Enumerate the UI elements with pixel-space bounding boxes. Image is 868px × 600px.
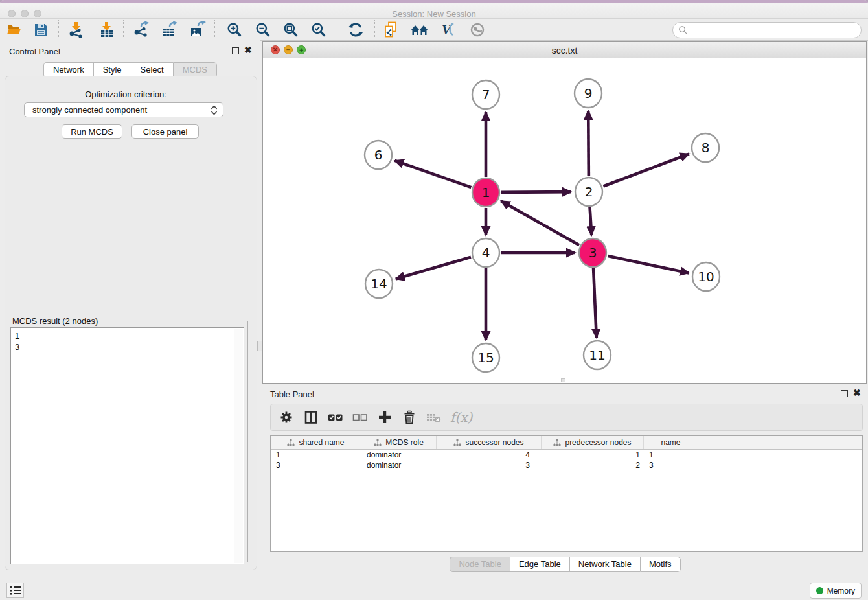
task-history-button[interactable] xyxy=(6,583,24,598)
zoom-out-icon[interactable] xyxy=(252,21,274,39)
close-panel-icon[interactable]: ✖ xyxy=(244,47,252,54)
edge-2-8[interactable] xyxy=(603,154,689,187)
column-layout-icon[interactable] xyxy=(299,406,323,428)
network-window-title: scc.txt xyxy=(263,45,866,56)
mcds-result-values: 1 3 xyxy=(15,330,244,352)
column-header-predecessor-nodes[interactable]: predecessor nodes xyxy=(542,436,644,449)
criterion-selected-value: strongly connected component xyxy=(25,105,211,115)
node-7[interactable]: 7 xyxy=(472,80,499,109)
column-label: predecessor nodes xyxy=(565,438,631,447)
node-10[interactable]: 10 xyxy=(692,262,720,291)
table-row[interactable]: 3dominator323 xyxy=(271,460,862,470)
svg-text:9: 9 xyxy=(584,86,593,101)
criterion-select[interactable]: strongly connected component xyxy=(24,102,223,117)
table-settings-icon[interactable] xyxy=(274,406,299,428)
column-header-successor-nodes[interactable]: successor nodes xyxy=(437,436,542,449)
edge-3-11[interactable] xyxy=(593,268,597,338)
column-label: successor nodes xyxy=(465,438,523,447)
select-all-icon[interactable] xyxy=(323,406,348,428)
application-window: Session: New Session xyxy=(0,0,868,600)
edge-3-10[interactable] xyxy=(608,256,689,273)
export-network-icon[interactable] xyxy=(130,21,152,39)
zoom-fit-icon[interactable] xyxy=(280,21,302,39)
import-network-icon[interactable] xyxy=(65,21,87,39)
node-8[interactable]: 8 xyxy=(692,133,719,162)
column-type-icon xyxy=(374,439,382,446)
column-header-shared-name[interactable]: shared name xyxy=(271,436,361,449)
mcds-result-scrollbar[interactable] xyxy=(234,329,243,563)
table-tab-motifs[interactable]: Motifs xyxy=(640,557,681,572)
table-float-panel-icon[interactable] xyxy=(841,390,848,397)
search-box[interactable] xyxy=(672,22,862,38)
clone-network-icon[interactable] xyxy=(380,21,402,39)
svg-text:11: 11 xyxy=(589,347,605,363)
table-row[interactable]: 1dominator411 xyxy=(271,450,862,460)
close-panel-button[interactable]: Close panel xyxy=(131,124,199,139)
add-column-icon[interactable] xyxy=(372,406,397,428)
network-window-titlebar[interactable]: ✕ − ＋ scc.txt xyxy=(263,42,866,58)
save-session-icon[interactable] xyxy=(30,21,52,39)
svg-text:8: 8 xyxy=(702,140,710,156)
memory-status-icon xyxy=(816,587,823,594)
node-3[interactable]: 3 xyxy=(579,238,606,267)
edge-2-9[interactable] xyxy=(588,111,589,176)
control-panel: Control Panel ✖ NetworkStyleSelectMCDS O… xyxy=(0,40,260,579)
search-input[interactable] xyxy=(691,24,856,37)
function-builder-icon[interactable]: f(x) xyxy=(450,410,472,425)
vizmapper-icon[interactable]: V xyxy=(437,21,459,39)
float-panel-icon[interactable] xyxy=(232,47,239,54)
first-neighbors-icon[interactable] xyxy=(409,21,431,39)
table-tab-edge-table[interactable]: Edge Table xyxy=(510,557,569,572)
zoom-selected-icon[interactable] xyxy=(308,21,330,39)
hide-selected-icon[interactable] xyxy=(466,21,488,39)
delete-table-icon[interactable] xyxy=(422,406,446,428)
zoom-in-icon[interactable] xyxy=(223,21,246,39)
import-table-icon[interactable] xyxy=(96,21,118,39)
table-cell: dominator xyxy=(361,450,437,459)
node-1[interactable]: 1 xyxy=(472,178,499,207)
svg-text:2: 2 xyxy=(585,184,593,200)
node-15[interactable]: 15 xyxy=(472,343,499,372)
edge-1-2[interactable] xyxy=(501,192,571,192)
refresh-view-icon[interactable] xyxy=(345,21,367,39)
memory-button[interactable]: Memory xyxy=(810,583,862,599)
table-cell: 2 xyxy=(542,461,644,470)
window-title: Session: New Session xyxy=(0,9,868,19)
node-2[interactable]: 2 xyxy=(575,178,602,206)
run-mcds-button[interactable]: Run MCDS xyxy=(62,124,122,139)
node-6[interactable]: 6 xyxy=(365,141,392,169)
export-table-icon[interactable] xyxy=(158,21,180,39)
table-panel-title: Table Panel xyxy=(270,389,314,399)
column-header-MCDS-role[interactable]: MCDS role xyxy=(361,436,437,449)
deselect-all-icon[interactable] xyxy=(348,406,372,428)
svg-text:15: 15 xyxy=(477,350,494,365)
list-icon xyxy=(10,585,21,595)
table-cell: 3 xyxy=(271,461,361,470)
table-tab-node-table[interactable]: Node Table xyxy=(450,557,510,572)
column-type-icon xyxy=(453,439,461,446)
node-14[interactable]: 14 xyxy=(365,270,393,298)
delete-column-icon[interactable] xyxy=(397,406,422,428)
table-close-panel-icon[interactable]: ✖ xyxy=(853,389,861,397)
node-table-body: 1dominator4113dominator323 xyxy=(271,450,862,470)
table-panel-tabs: Node TableEdge TableNetwork TableMotifs xyxy=(262,557,868,572)
export-image-icon[interactable] xyxy=(187,21,209,39)
network-resize-handle[interactable] xyxy=(561,378,565,382)
table-cell: 3 xyxy=(437,461,542,470)
node-table[interactable]: shared nameMCDS rolesuccessor nodesprede… xyxy=(270,435,863,552)
node-11[interactable]: 11 xyxy=(584,341,611,369)
edge-3-1[interactable] xyxy=(501,201,580,245)
edge-4-14[interactable] xyxy=(396,257,471,279)
mcds-result-textarea[interactable]: 1 3 xyxy=(10,327,244,564)
edge-1-6[interactable] xyxy=(394,161,471,187)
open-session-icon[interactable] xyxy=(3,21,25,39)
node-9[interactable]: 9 xyxy=(575,79,602,108)
column-header-name[interactable]: name xyxy=(644,436,698,449)
memory-label: Memory xyxy=(827,586,855,595)
network-graph[interactable]: 7968124314101511 xyxy=(263,58,866,383)
table-panel: Table Panel ✖ f(x) xyxy=(262,384,868,579)
svg-text:10: 10 xyxy=(698,269,714,284)
edge-2-3[interactable] xyxy=(590,207,592,235)
table-tab-network-table[interactable]: Network Table xyxy=(569,557,640,572)
node-4[interactable]: 4 xyxy=(472,238,499,267)
